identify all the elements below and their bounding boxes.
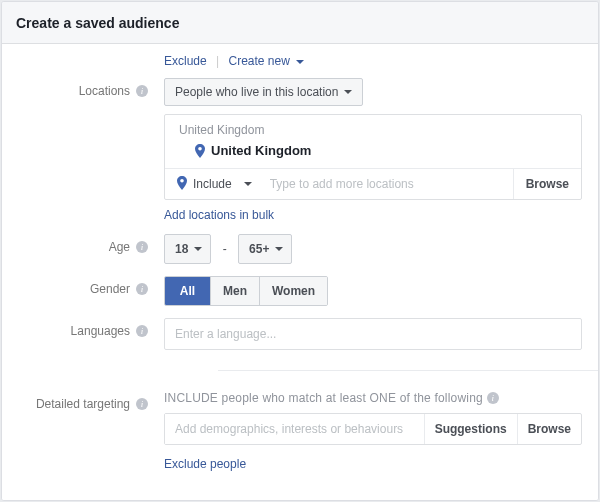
row-detailed-targeting: Detailed targeting i INCLUDE people who … [2, 385, 598, 477]
chevron-down-icon [296, 60, 304, 64]
location-region-heading: United Kingdom [165, 115, 581, 139]
create-audience-modal: Create a saved audience Exclude | Create… [1, 1, 599, 501]
detailed-targeting-box: Suggestions Browse [164, 413, 582, 445]
gender-women-button[interactable]: Women [260, 277, 327, 305]
detailed-targeting-input[interactable] [165, 414, 424, 444]
create-new-label: Create new [229, 54, 290, 68]
label-age: Age i [2, 234, 148, 254]
gender-men-button[interactable]: Men [211, 277, 260, 305]
location-scope-dropdown[interactable]: People who live in this location [164, 78, 363, 106]
include-exclude-dropdown[interactable]: Include [165, 169, 264, 199]
languages-input[interactable] [164, 318, 582, 350]
modal-body: Exclude | Create new Locations i People … [2, 44, 598, 500]
label-gender: Gender i [2, 276, 148, 296]
chevron-down-icon [194, 247, 202, 251]
exclude-people-link[interactable]: Exclude people [164, 457, 582, 471]
row-locations: Locations i People who live in this loca… [2, 72, 598, 228]
chevron-down-icon [344, 90, 352, 94]
svg-point-1 [180, 179, 184, 183]
age-max-value: 65+ [249, 242, 269, 256]
row-gender: Gender i All Men Women [2, 270, 598, 312]
age-max-dropdown[interactable]: 65+ [238, 234, 292, 264]
row-languages: Languages i [2, 312, 598, 356]
page-title: Create a saved audience [16, 15, 179, 31]
chevron-down-icon [275, 247, 283, 251]
add-locations-bulk-link[interactable]: Add locations in bulk [164, 208, 582, 222]
gender-all-button[interactable]: All [165, 277, 211, 305]
info-icon[interactable]: i [136, 325, 148, 337]
chevron-down-icon [244, 182, 252, 186]
info-icon[interactable]: i [136, 398, 148, 410]
label-languages: Languages i [2, 318, 148, 338]
svg-point-0 [198, 147, 202, 151]
location-input-row: Include Browse [165, 168, 581, 199]
custom-audience-top-links: Exclude | Create new [164, 44, 598, 72]
age-min-dropdown[interactable]: 18 [164, 234, 211, 264]
browse-targeting-button[interactable]: Browse [517, 414, 581, 444]
browse-locations-button[interactable]: Browse [513, 169, 581, 199]
location-scope-value: People who live in this location [175, 85, 338, 99]
label-detailed-targeting: Detailed targeting i [2, 391, 148, 411]
modal-header: Create a saved audience [2, 2, 598, 44]
section-divider [218, 370, 598, 371]
info-icon[interactable]: i [487, 392, 499, 404]
info-icon[interactable]: i [136, 85, 148, 97]
suggestions-button[interactable]: Suggestions [424, 414, 517, 444]
location-country-name: United Kingdom [211, 143, 311, 158]
include-label: Include [193, 177, 232, 191]
separator: | [216, 54, 219, 68]
age-range-separator: - [223, 242, 227, 256]
locations-box: United Kingdom United Kingdom Include [164, 114, 582, 200]
detailed-targeting-include-heading: INCLUDE people who match at least ONE of… [164, 391, 582, 405]
exclude-custom-audience-link[interactable]: Exclude [164, 54, 207, 68]
age-min-value: 18 [175, 242, 188, 256]
gender-toggle-group: All Men Women [164, 276, 328, 306]
info-icon[interactable]: i [136, 241, 148, 253]
map-pin-icon [195, 144, 205, 158]
info-icon[interactable]: i [136, 283, 148, 295]
location-input[interactable] [264, 169, 513, 199]
label-locations: Locations i [2, 78, 148, 98]
location-country-item[interactable]: United Kingdom [165, 139, 581, 168]
row-age: Age i 18 - 65+ [2, 228, 598, 270]
create-new-dropdown[interactable]: Create new [229, 54, 305, 68]
map-pin-icon [177, 176, 187, 193]
